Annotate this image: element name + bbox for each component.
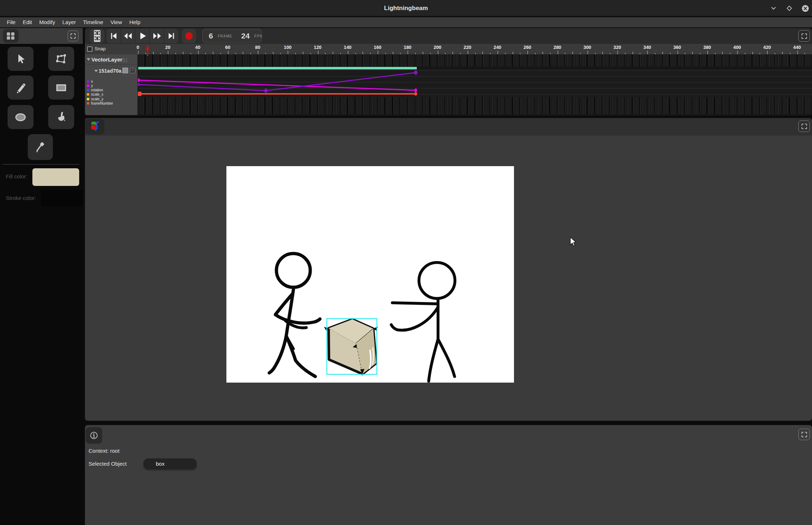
eyedropper-icon bbox=[33, 140, 48, 154]
tool-panel-fullscreen-button[interactable] bbox=[68, 31, 78, 41]
ruler-tick bbox=[632, 52, 633, 54]
ruler-tick bbox=[692, 52, 693, 54]
transform-tool-button[interactable] bbox=[48, 47, 74, 71]
scene-artwork bbox=[226, 166, 514, 383]
layer-options-button[interactable]: ~ bbox=[130, 68, 135, 73]
frames-area[interactable] bbox=[138, 54, 812, 116]
ruler-tick bbox=[602, 52, 603, 54]
property-row-frameNumber[interactable]: frameNumber bbox=[85, 101, 137, 106]
frame-value: 6 bbox=[209, 32, 213, 40]
select-tool-button[interactable] bbox=[8, 47, 33, 71]
fill-color-swatch[interactable] bbox=[32, 168, 79, 186]
ruler-tick bbox=[587, 51, 588, 54]
property-row-scale_x[interactable]: scale_x bbox=[85, 92, 137, 97]
ruler-tick bbox=[362, 52, 363, 54]
ruler-tick bbox=[243, 52, 243, 54]
playhead[interactable] bbox=[145, 44, 150, 58]
ruler-label-0: 0 bbox=[136, 45, 139, 50]
rectangle-tool-button[interactable] bbox=[48, 76, 74, 100]
timeline-fullscreen-button[interactable] bbox=[798, 30, 810, 42]
skip-to-end-button[interactable] bbox=[164, 29, 178, 43]
grid-view-button[interactable] bbox=[3, 29, 19, 43]
fast-forward-button[interactable] bbox=[150, 29, 164, 43]
pencil-tool-button[interactable] bbox=[8, 76, 33, 100]
ruler-tick bbox=[782, 52, 783, 54]
ruler-tick bbox=[707, 51, 708, 54]
property-row-rotation[interactable]: rotation bbox=[85, 88, 137, 92]
property-color-dot bbox=[87, 89, 89, 91]
property-color-dot bbox=[87, 80, 89, 83]
shapes-logo-icon bbox=[89, 120, 102, 133]
eyedropper-tool-button[interactable] bbox=[28, 134, 53, 160]
ruler-tick bbox=[558, 51, 558, 54]
rewind-button[interactable] bbox=[121, 29, 135, 43]
keyframe-marker bbox=[414, 88, 417, 92]
layer-row-sublayer[interactable]: 151ad70a… ~ bbox=[85, 65, 137, 76]
ruler-label-60: 60 bbox=[225, 45, 230, 50]
ruler-label-360: 360 bbox=[673, 45, 681, 50]
ruler-label-80: 80 bbox=[255, 45, 260, 50]
menu-file[interactable]: File bbox=[3, 17, 19, 27]
play-button[interactable] bbox=[135, 29, 150, 43]
ruler-label-20: 20 bbox=[165, 45, 170, 50]
context-label: Context: root bbox=[89, 448, 119, 454]
property-color-dot bbox=[87, 102, 89, 105]
property-row-y[interactable]: y bbox=[85, 83, 137, 88]
maximize-diamond-icon[interactable] bbox=[785, 4, 793, 12]
ruler-tick bbox=[677, 51, 678, 54]
fps-value: 24 bbox=[241, 32, 249, 40]
menu-layer[interactable]: Layer bbox=[59, 17, 80, 27]
skip-to-start-button[interactable] bbox=[107, 29, 121, 43]
drawing-canvas[interactable] bbox=[226, 166, 514, 383]
timeline-panel: 6 FRAME 24 FPS Snap 02040608010012014016… bbox=[85, 28, 812, 116]
ruler-label-340: 340 bbox=[643, 45, 651, 50]
expander-triangle-icon[interactable] bbox=[94, 70, 98, 72]
canvas-fullscreen-button[interactable] bbox=[798, 120, 810, 132]
fullscreen-icon bbox=[801, 431, 808, 438]
ellipse-tool-button[interactable] bbox=[8, 105, 33, 129]
keyframe-marker bbox=[414, 70, 418, 75]
ruler-tick bbox=[288, 51, 288, 54]
layer-visibility-toggle[interactable] bbox=[122, 68, 128, 73]
record-button[interactable] bbox=[182, 29, 196, 43]
selected-object-input[interactable]: box bbox=[144, 458, 197, 469]
menu-view[interactable]: View bbox=[107, 17, 126, 27]
info-button[interactable] bbox=[86, 427, 102, 444]
ruler-label-220: 220 bbox=[464, 45, 472, 50]
stroke-color-swatch[interactable] bbox=[41, 190, 83, 206]
menu-help[interactable]: Help bbox=[126, 17, 144, 27]
scene-tab-button[interactable] bbox=[85, 119, 104, 134]
transport-controls bbox=[107, 29, 178, 43]
info-icon bbox=[89, 430, 99, 440]
minimize-chevron-icon[interactable] bbox=[770, 4, 777, 12]
expander-triangle-icon[interactable] bbox=[87, 58, 90, 61]
ruler-tick bbox=[348, 51, 348, 54]
menu-timeline[interactable]: Timeline bbox=[80, 17, 107, 27]
film-button[interactable] bbox=[90, 29, 104, 43]
property-row-scale_y[interactable]: scale_y bbox=[85, 97, 137, 101]
layer-row-vectorlayer[interactable]: VectorLayer[L] bbox=[85, 54, 137, 65]
film-strip-icon bbox=[93, 30, 102, 42]
paint-bucket-tool-button[interactable] bbox=[48, 105, 74, 129]
ruler-tick bbox=[572, 52, 573, 54]
paint-bucket-icon bbox=[54, 110, 68, 124]
timeline-toolbar: 6 FRAME 24 FPS bbox=[85, 28, 812, 44]
menu-edit[interactable]: Edit bbox=[19, 17, 36, 27]
frame-unit-label: FRAME bbox=[218, 34, 233, 38]
ruler-tick bbox=[153, 52, 154, 54]
keyframe-curves[interactable] bbox=[138, 54, 812, 116]
divider bbox=[3, 164, 79, 165]
ellipse-icon bbox=[13, 110, 28, 124]
snap-checkbox[interactable] bbox=[87, 46, 93, 52]
status-panel-fullscreen-button[interactable] bbox=[798, 429, 810, 440]
timeline-ruler[interactable]: Snap 02040608010012014016018020022024026… bbox=[85, 44, 812, 54]
property-row-x[interactable]: x bbox=[85, 79, 137, 83]
ruler-tick bbox=[662, 52, 663, 54]
box-object[interactable] bbox=[324, 319, 378, 374]
fullscreen-icon bbox=[801, 33, 808, 40]
ruler-label-440: 440 bbox=[793, 45, 801, 50]
stroke-color-label: Stroke color: bbox=[6, 195, 36, 201]
menu-modify[interactable]: Modify bbox=[36, 17, 59, 27]
close-icon[interactable] bbox=[801, 4, 809, 12]
layer-type-badge: [L] bbox=[122, 58, 127, 63]
